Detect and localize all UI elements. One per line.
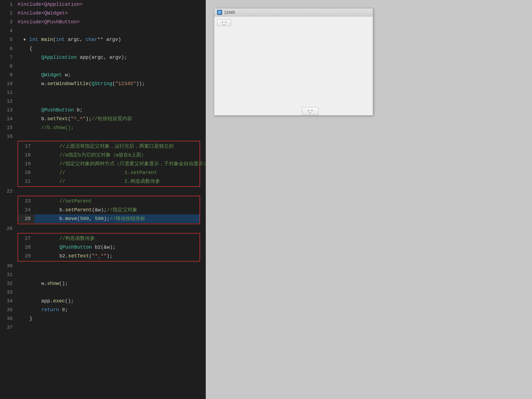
qt-button-b2[interactable]: *_*	[217, 19, 231, 26]
line-4: 4	[0, 26, 206, 35]
line-12: 12	[0, 97, 206, 106]
line-5: 5 ▼ int main(int argc, char** argv)	[0, 35, 206, 44]
fold-arrow-5[interactable]: ▼	[24, 38, 26, 42]
preview-panel: 12345 *_* ^_^	[206, 0, 532, 399]
line-9: 9 QWidget w;	[0, 71, 206, 79]
code-lines: 1 #include<QApplication> 2 #include<QWid…	[0, 0, 206, 332]
line-26: 26	[0, 224, 206, 233]
line-20: 20 // 1.setParent	[18, 168, 200, 177]
qt-window: 12345 *_*	[214, 8, 373, 116]
comment-box-3: 27 //构造函数传参 28 QPushButton b2(&w); 29 b2…	[18, 233, 200, 262]
qt-window-body: *_*	[214, 16, 373, 115]
line-7: 7 QApplication app(argc, argv);	[0, 53, 206, 62]
code-editor: 1 #include<QApplication> 2 #include<QWid…	[0, 0, 206, 399]
line-22: 22	[0, 187, 206, 196]
line-23: 23 //setParent	[18, 197, 200, 206]
line-31: 31	[0, 270, 206, 279]
line-14: 14 b.setText("^_^");//给按钮设置内容	[0, 114, 206, 123]
line-8: 8	[0, 62, 206, 71]
line-32: 32 w.show();	[0, 279, 206, 288]
qt-window-title: 12345	[224, 10, 235, 15]
line-25: 25 b.move(500, 500);//移动按钮坐标	[18, 214, 200, 223]
line-30: 30	[0, 262, 206, 270]
qt-button-b[interactable]: ^_^	[302, 107, 318, 115]
line-33: 33	[0, 288, 206, 297]
line-1: 1 #include<QApplication>	[0, 0, 206, 9]
comment-box-1: 17 //上面没有指定父对象，运行完后，两窗口是独立的 18 //a指定b为它的…	[18, 141, 200, 187]
line-3: 3 #include<QPushButton>	[0, 18, 206, 26]
line-29: 29 b2.setText("*_*");	[18, 252, 200, 260]
line-37: 37	[0, 323, 206, 332]
line-15: 15 //b.show();	[0, 123, 206, 132]
line-10: 10 w.setWindowTitle(QString("12345"));	[0, 79, 206, 88]
line-35: 35 return 0;	[0, 305, 206, 314]
qt-titlebar: 12345	[214, 9, 373, 16]
qt-window-icon	[217, 10, 222, 15]
comment-box-2: 23 //setParent 24 b.setParent(&w);//指定父对…	[18, 196, 200, 224]
line-21: 21 // 2.构造函数传参	[18, 177, 200, 186]
line-27: 27 //构造函数传参	[18, 234, 200, 243]
line-28: 28 QPushButton b2(&w);	[18, 243, 200, 252]
line-34: 34 app.exec();	[0, 297, 206, 305]
line-19: 19 //指定父对象的两种方式（只需要父对象显示，子对象会自动显示）	[18, 159, 200, 168]
line-17: 17 //上面没有指定父对象，运行完后，两窗口是独立的	[18, 142, 200, 151]
line-24: 24 b.setParent(&w);//指定父对象	[18, 206, 200, 214]
line-6: 6 {	[0, 44, 206, 53]
line-11: 11	[0, 88, 206, 97]
line-13: 13 QPushButton b;	[0, 106, 206, 114]
line-16: 16	[0, 132, 206, 141]
line-18: 18 //a指定b为它的父对象（a放在b上面）	[18, 151, 200, 159]
line-36: 36 }	[0, 314, 206, 323]
line-2: 2 #include<QWidget>	[0, 9, 206, 18]
